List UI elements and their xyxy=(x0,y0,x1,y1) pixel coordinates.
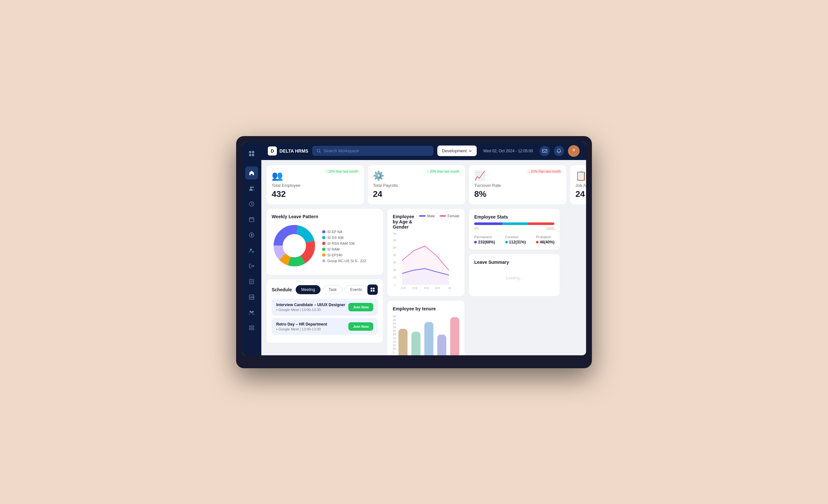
svg-text:200: 200 xyxy=(393,268,397,272)
stats-bar xyxy=(474,222,554,225)
permanent-count: 232(68%) xyxy=(478,240,495,244)
laptop-frame: D DELTA HRMS Development xyxy=(236,136,592,368)
svg-text:0: 0 xyxy=(394,283,395,286)
sidebar-item-people[interactable] xyxy=(245,182,258,195)
svg-point-5 xyxy=(252,186,254,188)
age-gender-title: Employee by Age & Gender xyxy=(392,214,419,230)
male-line-color xyxy=(419,215,426,217)
stats-bar-contract xyxy=(502,222,528,225)
svg-text:100: 100 xyxy=(393,275,397,279)
turnover-label: Turnover Rate xyxy=(474,183,561,188)
svg-text:>45: >45 xyxy=(448,286,451,289)
schedule-item-2-title: Retro Day – HR Department xyxy=(276,322,327,326)
sidebar-item-add-user[interactable] xyxy=(245,244,258,257)
department-select[interactable]: Development xyxy=(437,145,477,156)
turnover-badge: ↓ 02% than last month xyxy=(527,169,563,174)
svg-rect-28 xyxy=(371,288,372,289)
legend-female: Female xyxy=(440,214,460,218)
svg-point-27 xyxy=(283,235,305,257)
bar-1-5 xyxy=(399,329,408,355)
mail-icon-button[interactable] xyxy=(539,146,550,156)
schedule-header: Schedule Meeting Task Events xyxy=(272,284,378,295)
female-label: Female xyxy=(448,214,460,218)
payrolls-value: 24 xyxy=(373,189,460,199)
sidebar-item-payroll[interactable] xyxy=(245,229,258,241)
svg-point-4 xyxy=(250,187,252,188)
logo-icon: D xyxy=(268,146,277,155)
sidebar-item-home[interactable] xyxy=(245,167,258,179)
sidebar xyxy=(242,142,261,355)
chevron-down-icon xyxy=(469,149,472,152)
contract-count: 112(31%) xyxy=(509,240,526,244)
tenure-y-axis: 50 45 40 35 30 25 20 15 10 05 xyxy=(392,315,396,355)
svg-rect-31 xyxy=(373,290,375,291)
sidebar-item-grid[interactable] xyxy=(245,147,258,160)
employee-stats-card: Employee Stats 0% 100% xyxy=(469,209,560,249)
bell-icon xyxy=(556,148,562,153)
screen: D DELTA HRMS Development xyxy=(242,142,586,355)
stat-card-payrolls: ⚙️ ↑ 20% than last month Total Payrolls … xyxy=(368,165,465,204)
join-btn-1[interactable]: Join Now xyxy=(348,303,373,311)
charts-section: Weekly Leave Pattern xyxy=(266,209,560,355)
stat-probation: Probation 46(40%) xyxy=(536,235,554,244)
join-btn-2[interactable]: Join Now xyxy=(348,322,373,331)
svg-text:25-30: 25-30 xyxy=(412,286,417,289)
tenure-chart-area: 50 45 40 35 30 25 20 15 10 05 xyxy=(392,312,459,355)
sidebar-item-clock[interactable] xyxy=(245,197,258,211)
donut-legend: SI EP NA SI DS 408 SI RSS RAM 336 xyxy=(322,230,366,263)
svg-text:700: 700 xyxy=(393,232,397,235)
tab-events[interactable]: Events xyxy=(345,285,368,294)
tab-meeting[interactable]: Meeting xyxy=(296,285,321,294)
schedule-item-1: Interview Candidate – UI/UX Designer • G… xyxy=(272,299,378,316)
permanent-label: Permanent xyxy=(474,235,495,239)
search-input[interactable] xyxy=(323,148,428,153)
svg-text:500: 500 xyxy=(393,246,397,249)
svg-rect-16 xyxy=(249,328,254,330)
svg-rect-18 xyxy=(542,149,547,152)
sidebar-item-logout[interactable] xyxy=(245,260,258,273)
svg-rect-29 xyxy=(373,288,375,289)
svg-rect-0 xyxy=(249,151,251,153)
sidebar-item-report[interactable] xyxy=(245,291,258,304)
employees-badge: ↑ 20% than last month xyxy=(324,169,360,174)
contract-label: Contract xyxy=(505,235,526,239)
search-bar[interactable] xyxy=(312,146,433,156)
bell-icon-button[interactable] xyxy=(554,146,564,156)
tenure-title: Employee by tenure xyxy=(392,306,436,311)
sidebar-item-calendar[interactable] xyxy=(245,213,258,226)
legend-male: Male xyxy=(419,214,435,218)
stat-permanent: Permanent 232(68%) xyxy=(474,235,495,244)
legend-group-rc: Group RC-US SI S.. 222 xyxy=(322,259,366,263)
bar-group-10-15: 10-15 xyxy=(424,312,433,355)
probation-count: 46(40%) xyxy=(540,240,554,244)
applicants-icon: 📋 xyxy=(575,170,586,181)
svg-text:30-35: 30-35 xyxy=(424,286,429,289)
stats-bar-pct: 0% 100% xyxy=(474,227,554,230)
sidebar-item-list[interactable] xyxy=(245,322,258,334)
applicants-value: 24 xyxy=(575,189,586,199)
employees-label: Total Employee xyxy=(272,183,359,188)
header-icons xyxy=(539,145,580,157)
header: D DELTA HRMS Development xyxy=(261,142,586,160)
male-label: Male xyxy=(427,214,435,218)
pct-0: 0% xyxy=(474,227,479,230)
stats-row: 👥 ↑ 20% than last month Total Employee 4… xyxy=(266,165,586,204)
user-avatar[interactable] xyxy=(568,145,580,157)
payrolls-label: Total Payrolls xyxy=(373,183,460,188)
legend-dot-group-rc xyxy=(322,259,325,263)
employee-stats-title: Employee Stats xyxy=(474,214,508,220)
svg-point-9 xyxy=(250,248,252,250)
sidebar-item-document[interactable] xyxy=(245,275,258,288)
schedule-title: Schedule xyxy=(272,287,292,292)
svg-text:300: 300 xyxy=(393,261,397,264)
legend-label-si-rss: SI RSS RAM 336 xyxy=(327,241,355,245)
schedule-card: Schedule Meeting Task Events xyxy=(266,279,383,343)
tenure-bars: 1-5 5-10 10-15 xyxy=(399,312,459,355)
bar-20plus xyxy=(450,317,459,355)
left-column: Weekly Leave Pattern xyxy=(266,209,383,355)
schedule-view-button[interactable] xyxy=(367,284,378,295)
tab-task[interactable]: Task xyxy=(323,285,342,294)
middle-column: Employee by Age & Gender Male Female xyxy=(387,209,464,355)
svg-text:600: 600 xyxy=(393,238,397,242)
sidebar-item-team[interactable] xyxy=(245,306,258,319)
